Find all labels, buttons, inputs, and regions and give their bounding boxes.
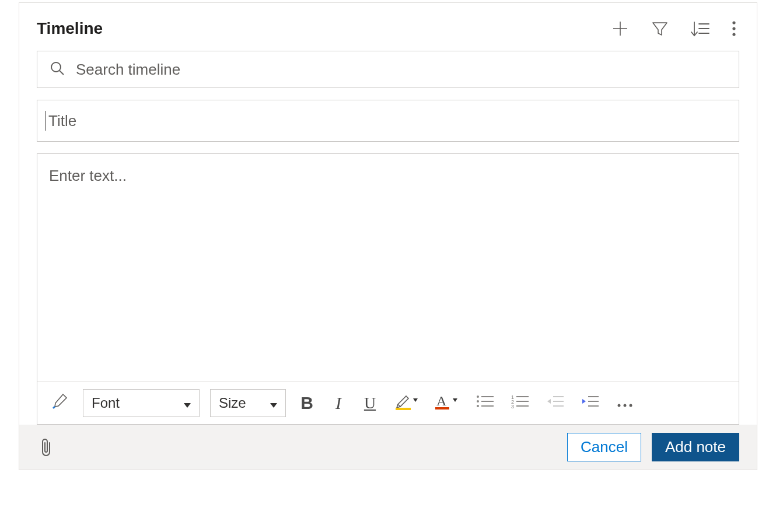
svg-point-14 (477, 396, 479, 398)
cancel-button[interactable]: Cancel (567, 433, 641, 461)
note-title-input[interactable] (47, 111, 730, 131)
plus-icon (611, 19, 630, 38)
funnel-icon (651, 19, 669, 38)
svg-text:A: A (436, 393, 447, 408)
caret-down-icon (270, 395, 277, 411)
italic-icon: I (335, 393, 341, 413)
svg-point-18 (477, 405, 479, 407)
outdent-icon (546, 394, 564, 412)
italic-button[interactable]: I (328, 391, 349, 415)
header-actions (609, 17, 739, 40)
paperclip-icon (39, 437, 53, 458)
svg-point-9 (51, 62, 61, 72)
font-select[interactable]: Font (83, 389, 200, 417)
page-title: Timeline (37, 19, 609, 38)
svg-point-33 (624, 404, 627, 407)
numbered-list-icon: 1 2 3 (511, 394, 529, 412)
paintbrush-icon (51, 393, 69, 414)
svg-point-8 (732, 33, 735, 36)
add-button[interactable] (609, 17, 632, 40)
search-input[interactable] (75, 60, 727, 79)
sort-icon (690, 19, 710, 38)
note-editor: Enter text... Font Size (37, 153, 739, 425)
svg-point-16 (477, 400, 479, 402)
timeline-panel: Timeline (19, 2, 757, 470)
text-cursor (46, 111, 46, 131)
timeline-header: Timeline (19, 3, 757, 51)
rich-text-toolbar: Font Size B I U (37, 382, 739, 424)
svg-line-10 (60, 71, 64, 75)
more-vertical-icon (731, 19, 737, 38)
note-footer: Cancel Add note (19, 425, 757, 470)
search-icon (49, 60, 65, 79)
bold-icon: B (300, 393, 313, 413)
caret-down-icon (184, 395, 191, 411)
underline-button[interactable]: U (359, 391, 380, 415)
highlight-icon (394, 393, 418, 414)
size-select[interactable]: Size (210, 389, 286, 417)
more-horizontal-icon (616, 394, 634, 412)
bullet-list-icon (476, 394, 494, 412)
search-box[interactable] (37, 51, 739, 88)
format-painter-button[interactable] (48, 390, 72, 416)
toolbar-more-button[interactable] (613, 391, 637, 415)
font-color-button[interactable]: A (432, 390, 462, 416)
svg-rect-13 (435, 407, 449, 410)
svg-point-7 (732, 27, 735, 30)
size-select-label: Size (219, 395, 246, 411)
attach-button[interactable] (37, 435, 55, 460)
svg-point-34 (630, 404, 632, 407)
filter-button[interactable] (648, 17, 672, 40)
outdent-button[interactable] (543, 391, 567, 415)
numbered-list-button[interactable]: 1 2 3 (508, 391, 532, 415)
svg-text:3: 3 (511, 404, 514, 408)
sort-button[interactable] (688, 17, 712, 40)
svg-point-6 (732, 21, 735, 24)
add-note-button[interactable]: Add note (652, 433, 739, 461)
highlight-color-button[interactable] (391, 390, 421, 416)
svg-rect-11 (396, 408, 411, 410)
indent-icon (581, 394, 599, 412)
note-body-input[interactable]: Enter text... (37, 154, 739, 382)
note-title-box[interactable] (37, 100, 739, 142)
svg-point-32 (618, 404, 621, 407)
bullet-list-button[interactable] (473, 391, 497, 415)
underline-icon: U (364, 394, 376, 412)
indent-button[interactable] (578, 391, 602, 415)
font-select-label: Font (92, 395, 120, 411)
bold-button[interactable]: B (296, 391, 317, 415)
font-color-icon: A (435, 393, 459, 414)
more-button[interactable] (729, 17, 739, 40)
